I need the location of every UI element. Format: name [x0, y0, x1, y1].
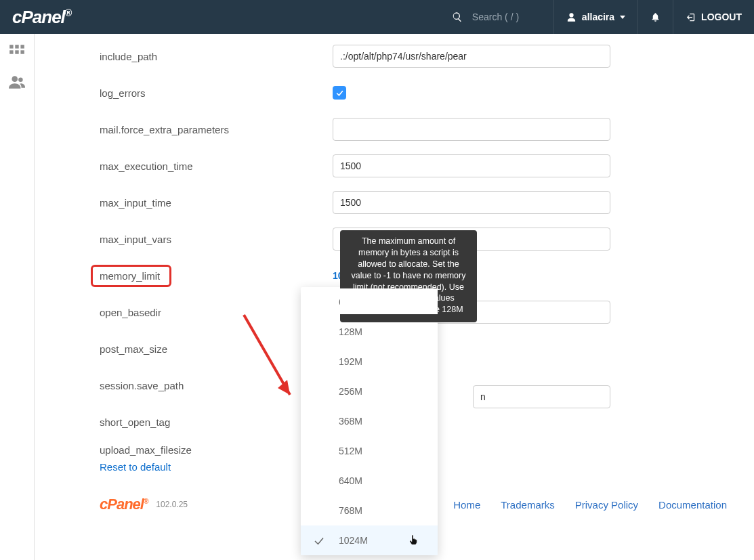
- cursor-pointer-icon: [408, 534, 419, 548]
- option-256m[interactable]: 256M: [301, 376, 438, 406]
- memory-limit-tooltip: The maximum amount of memory in bytes a …: [340, 230, 477, 322]
- header-search[interactable]: [442, 7, 553, 26]
- option-640m[interactable]: 640M: [301, 466, 438, 496]
- row-max-execution-time: max_execution_time: [35, 148, 754, 184]
- input-max-execution-time[interactable]: [333, 154, 610, 177]
- svg-line-8: [244, 315, 290, 395]
- svg-rect-1: [15, 45, 18, 48]
- svg-rect-5: [20, 50, 24, 53]
- option-368m[interactable]: 368M: [301, 406, 438, 436]
- footer-link-home[interactable]: Home: [453, 499, 480, 511]
- user-menu[interactable]: allacira: [554, 0, 637, 34]
- input-max-input-time[interactable]: [333, 191, 610, 214]
- svg-point-6: [12, 76, 18, 82]
- footer-cpanel-logo[interactable]: cPanel®: [100, 496, 148, 513]
- memory-limit-options: 64M 128M 192M 256M 368M 512M 640M 768M 1…: [301, 287, 438, 555]
- label-memory-limit: memory_limit: [91, 265, 171, 287]
- users-icon: [8, 73, 26, 91]
- top-header: ccPanelPanel® allacira LOGOUT: [0, 0, 754, 34]
- bell-icon: [650, 12, 661, 22]
- footer-version: 102.0.25: [156, 500, 188, 509]
- search-input[interactable]: [469, 7, 544, 26]
- sidebar-item-apps[interactable]: [8, 43, 26, 61]
- footer-link-trademarks[interactable]: Trademarks: [501, 499, 554, 511]
- logout-button[interactable]: LOGOUT: [673, 0, 754, 34]
- option-768m[interactable]: 768M: [301, 496, 438, 525]
- logout-label: LOGOUT: [701, 12, 742, 22]
- input-session-save-path[interactable]: [473, 385, 610, 408]
- input-include-path[interactable]: [333, 45, 610, 68]
- username-label: allacira: [582, 12, 614, 22]
- label-upload-max-filesize: upload_max_filesize: [100, 444, 333, 456]
- cpanel-logo[interactable]: ccPanelPanel®: [0, 8, 81, 26]
- search-icon: [452, 12, 463, 22]
- notifications-button[interactable]: [638, 0, 673, 34]
- label-mail-force-extra: mail.force_extra_parameters: [100, 124, 333, 135]
- row-max-input-time: max_input_time: [35, 184, 754, 221]
- svg-rect-3: [9, 50, 13, 53]
- reset-to-default-link[interactable]: Reset to default: [100, 461, 171, 473]
- label-max-execution-time: max_execution_time: [100, 160, 333, 172]
- logout-icon: [686, 12, 696, 22]
- caret-down-icon: [620, 16, 625, 19]
- svg-rect-4: [15, 50, 18, 53]
- svg-point-7: [18, 78, 22, 83]
- svg-rect-2: [20, 45, 24, 48]
- grid-icon: [8, 43, 26, 61]
- annotation-arrow: [237, 308, 305, 410]
- option-192m[interactable]: 192M: [301, 347, 438, 376]
- row-mail-force-extra-parameters: mail.force_extra_parameters: [35, 111, 754, 148]
- footer-link-documentation[interactable]: Documentation: [658, 499, 727, 511]
- label-max-input-vars: max_input_vars: [100, 234, 333, 245]
- label-short-open-tag: short_open_tag: [100, 416, 333, 428]
- checkbox-log-errors[interactable]: [333, 86, 346, 100]
- user-icon: [566, 12, 577, 22]
- footer-link-privacy[interactable]: Privacy Policy: [575, 499, 638, 511]
- svg-rect-0: [9, 45, 13, 48]
- check-icon: [313, 535, 325, 549]
- label-include-path: include_path: [100, 51, 333, 62]
- sidebar-item-users[interactable]: [8, 73, 26, 91]
- option-1024m[interactable]: 1024M: [301, 525, 438, 555]
- input-mail-force-extra[interactable]: [333, 118, 610, 141]
- option-512m[interactable]: 512M: [301, 436, 438, 466]
- row-include-path: include_path: [35, 38, 754, 74]
- left-sidebar: [0, 34, 35, 560]
- label-log-errors: log_errors: [100, 87, 333, 99]
- label-max-input-time: max_input_time: [100, 197, 333, 209]
- row-log-errors: log_errors: [35, 74, 754, 111]
